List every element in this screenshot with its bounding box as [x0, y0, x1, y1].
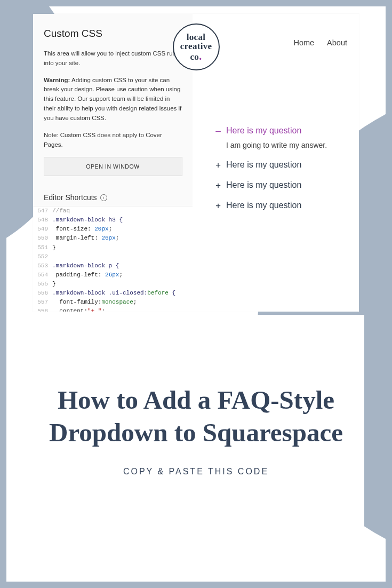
- logo-line3: co.: [190, 51, 202, 61]
- article-title: How to Add a FAQ-Style Dropdown to Squar…: [44, 384, 348, 449]
- editor-shortcuts-row[interactable]: Editor Shortcuts i: [33, 185, 193, 206]
- css-panel-description: This area will allow you to inject custo…: [44, 49, 182, 68]
- css-panel-heading: Custom CSS: [44, 28, 182, 39]
- code-line: 555}: [33, 280, 193, 289]
- css-warning-text: Adding custom CSS to your site can break…: [44, 77, 181, 121]
- faq-question[interactable]: +Here is my question: [214, 201, 338, 210]
- faq-question-text: Here is my question: [226, 201, 301, 210]
- code-line: 549 font-size: 20px;: [33, 225, 193, 234]
- faq-question[interactable]: –Here is my question: [214, 126, 338, 136]
- plus-icon: +: [214, 201, 222, 211]
- css-warning-label: Warning:: [44, 77, 70, 83]
- nav-about-link[interactable]: About: [327, 38, 347, 47]
- nav-home-link[interactable]: Home: [293, 38, 314, 47]
- plus-icon: +: [214, 180, 222, 190]
- css-editor-panel: Custom CSS This area will allow you to i…: [33, 14, 193, 312]
- code-line: 558 content:"+ ";: [33, 307, 193, 312]
- faq-item: –Here is my questionI am going to write …: [214, 126, 338, 149]
- faq-question-text: Here is my question: [226, 180, 301, 189]
- logo-line1: local: [187, 33, 206, 42]
- css-code-editor[interactable]: 547//faq548.markdown-block h3 {549 font-…: [33, 206, 193, 312]
- code-line: 550 margin-left: 26px;: [33, 234, 193, 243]
- minus-icon: –: [214, 126, 222, 136]
- logo-line2: creative: [180, 42, 212, 51]
- faq-question[interactable]: +Here is my question: [214, 160, 338, 170]
- faq-answer: I am going to write my answer.: [214, 141, 338, 149]
- editor-shortcuts-label: Editor Shortcuts: [44, 193, 97, 202]
- faq-item: +Here is my question: [214, 180, 338, 190]
- code-line: 557 font-family:monospace;: [33, 298, 193, 307]
- code-line: 552: [33, 252, 193, 261]
- info-icon: i: [100, 194, 107, 201]
- css-panel-warning: Warning: Adding custom CSS to your site …: [44, 76, 182, 123]
- faq-question-text: Here is my question: [226, 160, 301, 169]
- faq-item: +Here is my question: [214, 201, 338, 210]
- title-card: How to Add a FAQ-Style Dropdown to Squar…: [28, 315, 364, 545]
- css-panel-note: Note: Custom CSS does not apply to Cover…: [44, 131, 182, 150]
- code-line: 554 padding-left: 26px;: [33, 271, 193, 280]
- faq-item: +Here is my question: [214, 160, 338, 170]
- faq-block: –Here is my questionI am going to write …: [214, 126, 338, 221]
- code-line: 548.markdown-block h3 {: [33, 216, 193, 225]
- code-line: 556.markdown-block .ui-closed:before {: [33, 289, 193, 298]
- faq-question[interactable]: +Here is my question: [214, 180, 338, 190]
- logo-badge: local creative co.: [173, 23, 220, 70]
- open-in-window-button[interactable]: OPEN IN WINDOW: [44, 157, 182, 176]
- code-line: 547//faq: [33, 206, 193, 216]
- faq-question-text: Here is my question: [226, 126, 301, 135]
- footer-url: LOCALCREATIVE.CO: [0, 566, 392, 576]
- plus-icon: +: [214, 160, 222, 170]
- site-nav: Home About: [293, 38, 347, 47]
- screenshot-area: Custom CSS This area will allow you to i…: [33, 14, 359, 312]
- site-preview: Home About –Here is my questionI am goin…: [193, 14, 359, 312]
- article-subtitle: COPY & PASTE THIS CODE: [123, 467, 269, 476]
- code-line: 551}: [33, 243, 193, 252]
- code-line: 553.markdown-block p {: [33, 261, 193, 271]
